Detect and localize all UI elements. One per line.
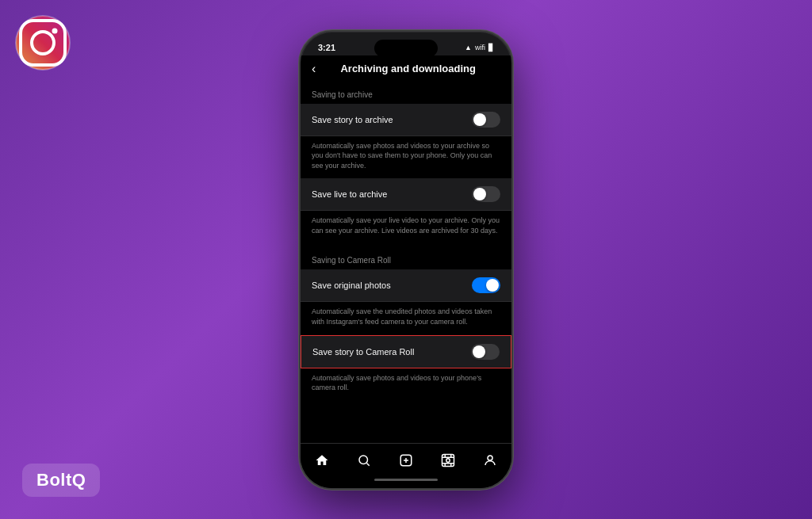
status-time: 3:21 <box>318 43 335 52</box>
battery-icon: ▊ <box>488 44 494 52</box>
svg-point-11 <box>446 458 450 462</box>
status-icons: ▲ wifi ▊ <box>465 44 494 52</box>
save-original-photos-desc: Automatically save the unedited photos a… <box>301 302 511 334</box>
nav-profile[interactable] <box>478 452 502 469</box>
phone-notch <box>374 40 438 57</box>
page-title: Archiving and downloading <box>316 63 500 74</box>
section-header-archive: Saving to archive <box>301 82 511 104</box>
bottom-nav <box>301 443 511 472</box>
wifi-icon: wifi <box>475 44 485 52</box>
save-story-camera-roll-toggle[interactable] <box>471 344 500 360</box>
save-story-archive-desc: Automatically save photos and videos to … <box>301 136 511 179</box>
svg-point-3 <box>52 29 58 34</box>
signal-icon: ▲ <box>465 44 472 52</box>
svg-point-5 <box>359 456 368 464</box>
section-header-camera-roll: Saving to Camera Roll <box>301 248 511 269</box>
boltq-badge: BoltQ <box>22 464 100 497</box>
home-indicator <box>301 472 511 488</box>
save-original-photos-toggle[interactable] <box>472 277 500 293</box>
home-bar <box>374 479 438 481</box>
nav-home[interactable] <box>310 452 334 469</box>
save-live-archive-toggle[interactable] <box>472 186 500 202</box>
save-original-photos-label: Save original photos <box>312 280 391 290</box>
save-live-archive-row: Save live to archive <box>301 178 511 211</box>
nav-add[interactable] <box>394 452 418 469</box>
instagram-logo <box>14 14 71 71</box>
save-story-archive-toggle[interactable] <box>472 112 500 128</box>
svg-line-6 <box>366 463 369 465</box>
save-story-camera-roll-desc: Automatically save photos and videos to … <box>301 368 511 401</box>
svg-rect-10 <box>442 454 454 466</box>
save-story-camera-roll-label: Save story to Camera Roll <box>312 347 414 357</box>
screen: ‹ Archiving and downloading Saving to ar… <box>301 55 511 488</box>
settings-scroll[interactable]: Saving to archive Save story to archive … <box>301 82 511 443</box>
save-story-camera-roll-row: Save story to Camera Roll <box>301 335 511 368</box>
nav-search[interactable] <box>352 452 376 469</box>
page-header: ‹ Archiving and downloading <box>301 55 511 82</box>
save-live-archive-label: Save live to archive <box>312 189 387 199</box>
save-story-archive-label: Save story to archive <box>312 115 393 124</box>
save-original-photos-row: Save original photos <box>301 269 511 302</box>
save-live-archive-desc: Automatically save your live video to yo… <box>301 211 511 243</box>
save-story-archive-row: Save story to archive <box>301 104 511 136</box>
svg-point-18 <box>488 456 492 460</box>
phone-frame: 3:21 ▲ wifi ▊ ‹ Archiving and downloadin… <box>299 30 513 490</box>
nav-reels[interactable] <box>436 452 460 469</box>
boltq-label: BoltQ <box>36 470 86 490</box>
